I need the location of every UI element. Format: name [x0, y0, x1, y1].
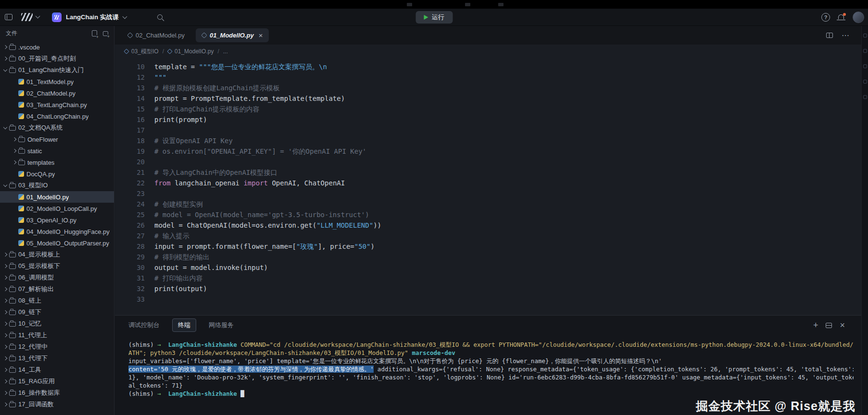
code-line[interactable]: 25# model = OpenAI(model_name='gpt-3.5-t…	[115, 209, 861, 220]
tree-item[interactable]: 02_文档QA系统	[0, 122, 114, 134]
tree-item[interactable]: 14_工具	[0, 364, 114, 376]
tree-item[interactable]: 16_操作数据库	[0, 387, 114, 399]
tree-item-label: 01_ModelIO.py	[26, 194, 69, 201]
panel-tab[interactable]: 网络服务	[209, 321, 234, 330]
folder-icon	[9, 356, 16, 361]
tree-item-label: templates	[27, 159, 54, 166]
tree-item[interactable]: 03_TextLangChain.py	[0, 99, 114, 110]
top-strip-glyph	[407, 3, 412, 6]
code-line[interactable]: 32print(output)	[115, 283, 861, 294]
code-line[interactable]: 19# os.environ["OPENAI_API_KEY"] = '你的Op…	[115, 146, 861, 157]
text-segment: →	[157, 390, 161, 397]
tree-item[interactable]: 01_LangChain快速入门	[0, 64, 114, 76]
editor-tab[interactable]: 01_ModelIO.py×	[196, 28, 269, 42]
close-tab-icon[interactable]: ×	[259, 31, 263, 39]
tree-item[interactable]: 10_记忆	[0, 318, 114, 330]
search-icon[interactable]	[157, 14, 163, 20]
code-line[interactable]: 12"""	[115, 72, 861, 83]
code-line[interactable]: 28input = prompt.format(flower_name=["玫瑰…	[115, 241, 861, 252]
help-icon[interactable]: ?	[821, 13, 830, 22]
tree-item-label: 02_ChatModel.py	[26, 90, 75, 97]
tree-item[interactable]: 03_OpenAI_IO.py	[0, 214, 114, 226]
split-editor-icon[interactable]	[826, 33, 833, 38]
tree-item[interactable]: 04_ModelIO_HuggingFace.py	[0, 226, 114, 237]
code-line[interactable]: 10template = """您是一位专业的鲜花店文案撰写员。\n	[115, 61, 861, 72]
tree-item[interactable]: 02_ChatModel.py	[0, 87, 114, 99]
new-file-icon[interactable]	[92, 30, 97, 37]
split-panel-icon[interactable]	[826, 323, 832, 328]
tree-item[interactable]: 01_TextModel.py	[0, 76, 114, 87]
right-bar-icon[interactable]	[863, 64, 867, 68]
run-button[interactable]: 运行	[415, 11, 453, 24]
code-line[interactable]: 30output = model.invoke(input)	[115, 262, 861, 273]
code-line[interactable]: 18# 设置OpenAI API Key	[115, 135, 861, 146]
code-line[interactable]: 27# 输入提示	[115, 231, 861, 241]
code-line[interactable]: 13# 根据原始模板创建LangChain提示模板	[115, 83, 861, 93]
logo-chevron-down-icon[interactable]	[36, 14, 40, 19]
notifications-bell-icon[interactable]	[837, 13, 845, 21]
right-bar-icon[interactable]	[863, 80, 867, 84]
user-avatar[interactable]	[853, 12, 864, 23]
code-line[interactable]: 31# 打印输出内容	[115, 273, 861, 283]
tree-item[interactable]: 00_开篇词_奇点时刻	[0, 53, 114, 64]
editor-tab[interactable]: 02_ChatModel.py	[122, 28, 191, 42]
code-line[interactable]: 22from langchain_openai import OpenAI, C…	[115, 178, 861, 188]
tree-item[interactable]: 13_代理下	[0, 353, 114, 364]
line-number: 12	[115, 72, 145, 83]
tree-item-label: 03_OpenAI_IO.py	[26, 217, 76, 224]
code-line[interactable]: 16print(prompt)	[115, 114, 861, 125]
tree-item[interactable]: 03_模型IO	[0, 180, 114, 191]
right-bar-icon[interactable]	[863, 34, 867, 37]
tree-item[interactable]: 17_回调函数	[0, 399, 114, 410]
tree-item[interactable]: static	[0, 145, 114, 157]
tree-item[interactable]: 01_ModelIO.py	[0, 191, 114, 203]
breadcrumb-item[interactable]: 03_模型IO	[125, 48, 159, 56]
workspace-switcher[interactable]: LangChain 实战课	[52, 12, 126, 22]
code-line[interactable]: 17	[115, 125, 861, 135]
tree-item[interactable]: DocQA.py	[0, 168, 114, 180]
tree-item[interactable]: 08_链上	[0, 295, 114, 306]
tree-item[interactable]: 15_RAG应用	[0, 376, 114, 387]
tree-item[interactable]: 05_提示模板下	[0, 260, 114, 272]
tree-item-label: OneFlower	[27, 136, 58, 143]
code-line[interactable]: 14prompt = PromptTemplate.from_template(…	[115, 93, 861, 104]
more-actions-icon[interactable]: ⋯	[842, 33, 850, 38]
breadcrumb-item[interactable]: 01_ModelIO.py	[168, 48, 214, 55]
tree-item[interactable]: .vscode	[0, 41, 114, 53]
new-terminal-icon[interactable]: +	[813, 322, 818, 329]
code-line[interactable]: 23	[115, 188, 861, 199]
panel-tab-label: 调试控制台	[128, 321, 160, 329]
code-editor[interactable]: 10template = """您是一位专业的鲜花店文案撰写员。\n12"""1…	[115, 58, 861, 315]
code-line[interactable]: 26model = ChatOpenAI(model=os.environ.ge…	[115, 220, 861, 231]
app-logo-icon[interactable]	[21, 13, 33, 21]
code-line[interactable]: 15# 打印LangChain提示模板的内容	[115, 104, 861, 114]
code-line[interactable]: 29# 得到模型的输出	[115, 252, 861, 262]
text-segment	[161, 390, 168, 397]
panel-tab[interactable]: 终端	[172, 318, 196, 332]
new-folder-icon[interactable]	[103, 31, 108, 36]
right-bar-icon[interactable]	[863, 95, 867, 99]
close-panel-icon[interactable]: ×	[840, 322, 845, 329]
breadcrumb-item[interactable]: ...	[223, 48, 228, 55]
tree-item[interactable]: 04_ChatLongChain.py	[0, 110, 114, 122]
right-bar-icon[interactable]	[863, 49, 867, 53]
tree-item[interactable]: 12_代理中	[0, 341, 114, 353]
code-line[interactable]: 24# 创建模型实例	[115, 199, 861, 209]
code-line[interactable]: 20	[115, 157, 861, 167]
text-segment: model = ChatOpenAI(model=os.environ.get(	[154, 221, 316, 229]
tree-item[interactable]: 05_ModelIO_OutputParser.py	[0, 237, 114, 249]
tree-item[interactable]: 11_代理上	[0, 330, 114, 341]
tree-item[interactable]: OneFlower	[0, 134, 114, 145]
code-text: # 得到模型的输出	[145, 252, 210, 262]
tree-item[interactable]: 02_ModelIO_LoopCall.py	[0, 203, 114, 214]
tree-item[interactable]: 06_调用模型	[0, 272, 114, 283]
tree-item[interactable]: templates	[0, 157, 114, 168]
sidebar-toggle-icon[interactable]	[5, 14, 13, 20]
tree-item[interactable]: 09_链下	[0, 306, 114, 318]
text-segment: # 设置OpenAI API Key	[154, 137, 233, 145]
code-line[interactable]: 21# 导入LangChain中的OpenAI模型接口	[115, 167, 861, 178]
tree-item[interactable]: 07_解析输出	[0, 283, 114, 295]
tree-item[interactable]: 04_提示模板上	[0, 249, 114, 260]
panel-tab[interactable]: 调试控制台	[128, 321, 160, 330]
code-line[interactable]: 33	[115, 294, 861, 305]
